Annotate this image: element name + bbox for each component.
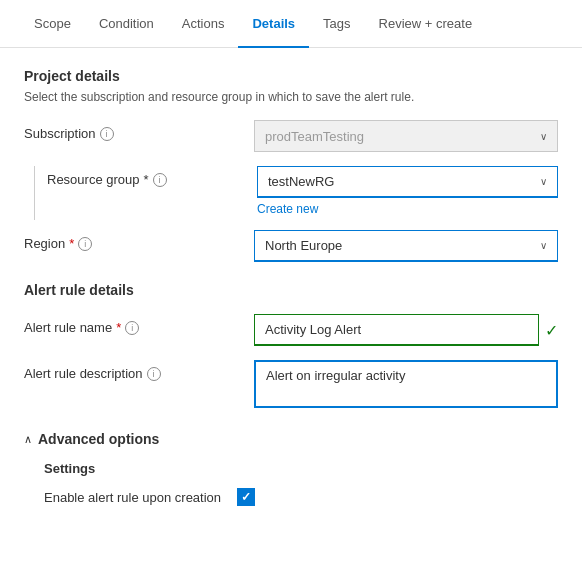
subscription-control: prodTeamTesting ∨ <box>254 120 558 152</box>
resource-group-row: Resource group * i testNewRG ∨ Create ne… <box>47 166 558 216</box>
nav-actions[interactable]: Actions <box>168 0 239 48</box>
name-input-wrap: ✓ <box>254 314 558 346</box>
enable-alert-row: Enable alert rule upon creation <box>44 488 558 506</box>
nav-tags[interactable]: Tags <box>309 0 364 48</box>
subscription-chevron-icon: ∨ <box>540 131 547 142</box>
resource-group-label-wrap: Resource group * i <box>47 166 257 187</box>
project-details-title: Project details <box>24 68 558 84</box>
resource-group-control: testNewRG ∨ Create new <box>257 166 558 216</box>
name-check-icon: ✓ <box>545 321 558 340</box>
subscription-label: Subscription i <box>24 120 254 141</box>
region-info-icon[interactable]: i <box>78 237 92 251</box>
alert-rule-section: Alert rule details <box>24 282 558 298</box>
resource-group-content: Resource group * i testNewRG ∨ Create ne… <box>47 166 558 220</box>
advanced-options-header[interactable]: ∧ Advanced options <box>24 431 558 447</box>
resource-group-required: * <box>144 172 149 187</box>
advanced-options-title: Advanced options <box>38 431 159 447</box>
resource-group-chevron-icon: ∨ <box>540 176 547 187</box>
subscription-dropdown[interactable]: prodTeamTesting ∨ <box>254 120 558 152</box>
resource-group-dropdown[interactable]: testNewRG ∨ <box>257 166 558 198</box>
create-new-link[interactable]: Create new <box>257 202 558 216</box>
alert-rule-name-input[interactable] <box>254 314 539 346</box>
description-info-icon[interactable]: i <box>147 367 161 381</box>
top-navigation: Scope Condition Actions Details Tags Rev… <box>0 0 582 48</box>
nav-scope[interactable]: Scope <box>20 0 85 48</box>
resource-group-info-icon[interactable]: i <box>153 173 167 187</box>
nav-details[interactable]: Details <box>238 0 309 48</box>
nav-review-create[interactable]: Review + create <box>365 0 487 48</box>
region-dropdown[interactable]: North Europe ∨ <box>254 230 558 262</box>
region-control: North Europe ∨ <box>254 230 558 262</box>
alert-rule-description-row: Alert rule description i Alert on irregu… <box>24 360 558 411</box>
alert-rule-title: Alert rule details <box>24 282 558 298</box>
alert-rule-name-control: ✓ <box>254 314 558 346</box>
main-content: Project details Select the subscription … <box>0 48 582 526</box>
enable-alert-checkbox[interactable] <box>237 488 255 506</box>
subscription-row: Subscription i prodTeamTesting ∨ <box>24 120 558 152</box>
project-details-desc: Select the subscription and resource gro… <box>24 90 558 104</box>
alert-rule-name-label: Alert rule name * i <box>24 314 254 335</box>
nav-condition[interactable]: Condition <box>85 0 168 48</box>
advanced-chevron-icon: ∧ <box>24 433 32 446</box>
indent-line <box>34 166 35 220</box>
name-info-icon[interactable]: i <box>125 321 139 335</box>
settings-title: Settings <box>44 461 558 476</box>
region-value: North Europe <box>265 238 342 253</box>
region-row: Region * i North Europe ∨ <box>24 230 558 262</box>
resource-group-value: testNewRG <box>268 174 334 189</box>
subscription-value: prodTeamTesting <box>265 129 364 144</box>
name-required: * <box>116 320 121 335</box>
alert-rule-name-row: Alert rule name * i ✓ <box>24 314 558 346</box>
region-required: * <box>69 236 74 251</box>
resource-group-indent: Resource group * i testNewRG ∨ Create ne… <box>34 166 558 220</box>
alert-rule-description-label: Alert rule description i <box>24 360 254 381</box>
subscription-info-icon[interactable]: i <box>100 127 114 141</box>
advanced-options-section: ∧ Advanced options Settings Enable alert… <box>24 431 558 506</box>
region-chevron-icon: ∨ <box>540 240 547 251</box>
alert-rule-description-input[interactable]: Alert on irregular activity <box>254 360 558 408</box>
region-label: Region * i <box>24 230 254 251</box>
resource-group-label: Resource group <box>47 172 140 187</box>
alert-rule-description-control: Alert on irregular activity <box>254 360 558 411</box>
enable-alert-label: Enable alert rule upon creation <box>44 490 221 505</box>
